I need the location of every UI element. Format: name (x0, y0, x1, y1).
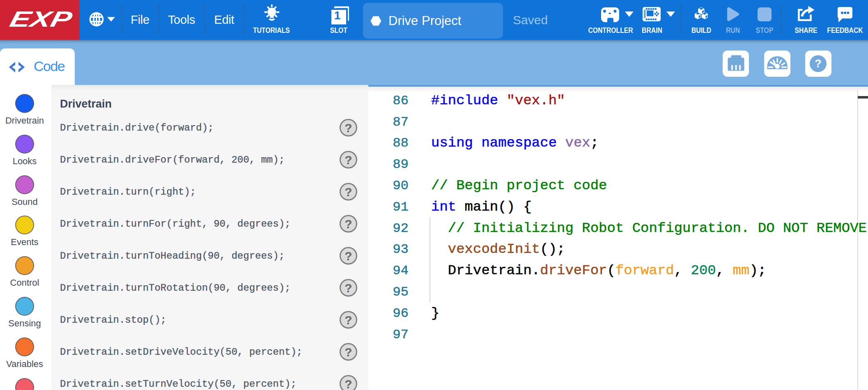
svg-text:1: 1 (334, 9, 341, 22)
svg-text:EXP: EXP (7, 7, 75, 32)
svg-text:?: ? (815, 57, 822, 70)
